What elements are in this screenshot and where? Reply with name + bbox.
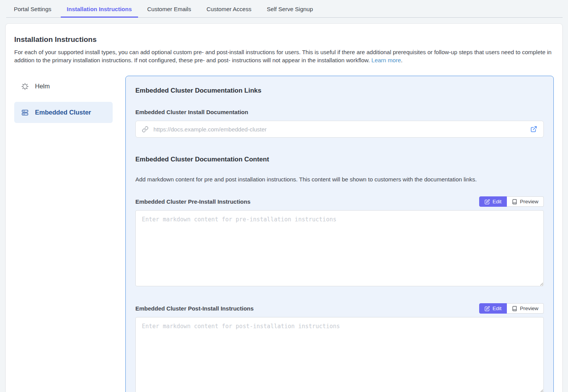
install-type-nav: Helm Embedded Cluster — [14, 76, 113, 392]
link-icon — [142, 126, 148, 133]
sidebar-item-helm[interactable]: Helm — [14, 76, 113, 97]
tab-customer-access[interactable]: Customer Access — [200, 0, 258, 18]
post-install-label: Embedded Cluster Post-Install Instructio… — [135, 305, 254, 312]
post-install-markdown-textarea[interactable] — [135, 317, 544, 392]
sidebar-item-embedded-cluster[interactable]: Embedded Cluster — [14, 102, 113, 123]
pre-install-preview-button[interactable]: Preview — [507, 196, 544, 207]
helm-icon — [21, 83, 29, 90]
learn-more-period: . — [401, 57, 403, 63]
install-doc-url-field — [135, 121, 544, 138]
sidebar-item-label: Embedded Cluster — [35, 109, 91, 116]
sidebar-item-label: Helm — [35, 83, 50, 90]
installation-instructions-card: Installation Instructions For each of yo… — [5, 23, 563, 392]
page-description: For each of your supported install types… — [14, 48, 554, 64]
embedded-cluster-panel: Embedded Cluster Documentation Links Emb… — [125, 76, 554, 392]
external-link-icon — [530, 126, 537, 133]
learn-more-link[interactable]: Learn more — [371, 57, 401, 63]
install-doc-url-input[interactable] — [153, 126, 526, 133]
open-external-link-button[interactable] — [530, 126, 537, 133]
tab-customer-emails[interactable]: Customer Emails — [141, 0, 197, 18]
post-install-mode-toggle: Edit Preview — [479, 303, 544, 314]
pre-install-markdown-textarea[interactable] — [135, 210, 544, 286]
book-icon — [512, 199, 517, 204]
edit-button-label: Edit — [493, 306, 501, 311]
pre-install-edit-button[interactable]: Edit — [479, 196, 507, 207]
doc-links-heading: Embedded Cluster Documentation Links — [135, 87, 544, 95]
book-icon — [512, 306, 517, 311]
doc-content-heading: Embedded Cluster Documentation Content — [135, 156, 544, 163]
pre-install-mode-toggle: Edit Preview — [479, 196, 544, 207]
settings-tabbar: Portal Settings Installation Instruction… — [0, 0, 568, 18]
server-stack-icon — [21, 109, 29, 116]
post-install-editor-header: Embedded Cluster Post-Install Instructio… — [135, 303, 544, 314]
page-description-text: For each of your supported install types… — [14, 49, 551, 63]
pre-install-label: Embedded Cluster Pre-Install Instruction… — [135, 198, 250, 205]
tab-installation-instructions[interactable]: Installation Instructions — [61, 0, 138, 18]
edit-pencil-icon — [485, 199, 490, 204]
edit-pencil-icon — [485, 306, 490, 311]
pre-install-editor-header: Embedded Cluster Pre-Install Instruction… — [135, 196, 544, 207]
preview-button-label: Preview — [520, 199, 538, 204]
tab-self-serve-signup[interactable]: Self Serve Signup — [261, 0, 319, 18]
install-doc-label: Embedded Cluster Install Documentation — [135, 109, 544, 115]
post-install-edit-button[interactable]: Edit — [479, 303, 507, 314]
preview-button-label: Preview — [520, 306, 538, 311]
edit-button-label: Edit — [493, 199, 501, 204]
post-install-preview-button[interactable]: Preview — [507, 303, 544, 314]
doc-content-description: Add markdown content for pre and post in… — [135, 176, 544, 183]
content-row: Helm Embedded Cluster Embedded Cluster D… — [14, 76, 554, 392]
tab-portal-settings[interactable]: Portal Settings — [8, 0, 58, 18]
page-title: Installation Instructions — [14, 35, 554, 44]
